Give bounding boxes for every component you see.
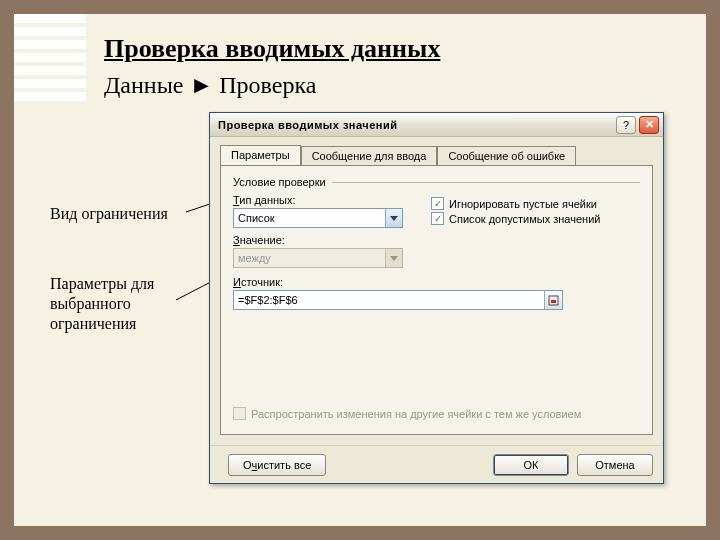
tab-strip: Параметры Сообщение для ввода Сообщение … xyxy=(220,145,653,166)
lbl-rest: ип данных: xyxy=(239,194,295,206)
data-validation-dialog: Проверка вводимых значений ? ✕ Параметры… xyxy=(209,112,664,484)
help-button[interactable]: ? xyxy=(616,116,636,134)
ok-button[interactable]: ОК xyxy=(493,454,569,476)
decorative-stripes xyxy=(14,14,86,105)
checkbox-icon: ✓ xyxy=(431,197,444,210)
checkbox-label: Список допустимых значений xyxy=(449,213,600,225)
data-type-dropdown[interactable]: Список xyxy=(233,208,403,228)
in-cell-dropdown-checkbox[interactable]: ✓ Список допустимых значений xyxy=(431,212,640,225)
value-label: Значение: xyxy=(233,234,413,246)
tab-error-message[interactable]: Сообщение об ошибке xyxy=(437,146,576,167)
parameters-panel: Условие проверки Тип данных: Список ✓ Иг… xyxy=(220,165,653,435)
chevron-down-icon[interactable] xyxy=(385,209,402,227)
slide-background: Проверка вводимых данных Данные ► Провер… xyxy=(14,14,706,526)
dialog-body: Параметры Сообщение для ввода Сообщение … xyxy=(210,137,663,483)
data-type-label: Тип данных: xyxy=(233,194,413,206)
tab-input-message[interactable]: Сообщение для ввода xyxy=(301,146,438,167)
value-dropdown-value: между xyxy=(234,252,385,264)
annotation-constraint-type: Вид ограничения xyxy=(50,204,168,224)
svg-rect-3 xyxy=(551,300,556,303)
propagate-checkbox: Распространить изменения на другие ячейк… xyxy=(233,407,581,420)
source-field[interactable] xyxy=(233,290,563,310)
clear-all-button[interactable]: Очистить все xyxy=(228,454,326,476)
checkbox-label: Игнорировать пустые ячейки xyxy=(449,198,597,210)
lbl-rest: начение: xyxy=(240,234,285,246)
validation-condition-group: Условие проверки xyxy=(233,176,640,188)
dialog-title: Проверка вводимых значений xyxy=(218,119,613,131)
button-label: Очистить все xyxy=(243,459,311,471)
annotation-line: Параметры для xyxy=(50,275,154,292)
lbl-rest: сточник: xyxy=(241,276,283,288)
ignore-blank-checkbox[interactable]: ✓ Игнорировать пустые ячейки xyxy=(431,197,640,210)
checkbox-icon: ✓ xyxy=(431,212,444,225)
range-selector-icon[interactable] xyxy=(544,291,562,309)
value-dropdown: между xyxy=(233,248,403,268)
annotation-constraint-params: Параметры для выбранного ограничения xyxy=(50,274,154,334)
checkbox-label: Распространить изменения на другие ячейк… xyxy=(251,408,581,420)
cancel-button[interactable]: Отмена xyxy=(577,454,653,476)
slide-subheading: Данные ► Проверка xyxy=(104,72,316,99)
annotation-line: выбранного xyxy=(50,295,131,312)
source-label: Источник: xyxy=(233,276,640,288)
data-type-value: Список xyxy=(234,212,385,224)
close-button[interactable]: ✕ xyxy=(639,116,659,134)
dialog-titlebar[interactable]: Проверка вводимых значений ? ✕ xyxy=(210,113,663,137)
slide-heading: Проверка вводимых данных xyxy=(104,34,440,64)
annotation-line: ограничения xyxy=(50,315,136,332)
chevron-down-icon xyxy=(385,249,402,267)
checkbox-icon xyxy=(233,407,246,420)
source-input[interactable] xyxy=(234,294,544,306)
dialog-footer: Очистить все ОК Отмена xyxy=(210,445,663,483)
tab-parameters[interactable]: Параметры xyxy=(220,145,301,166)
